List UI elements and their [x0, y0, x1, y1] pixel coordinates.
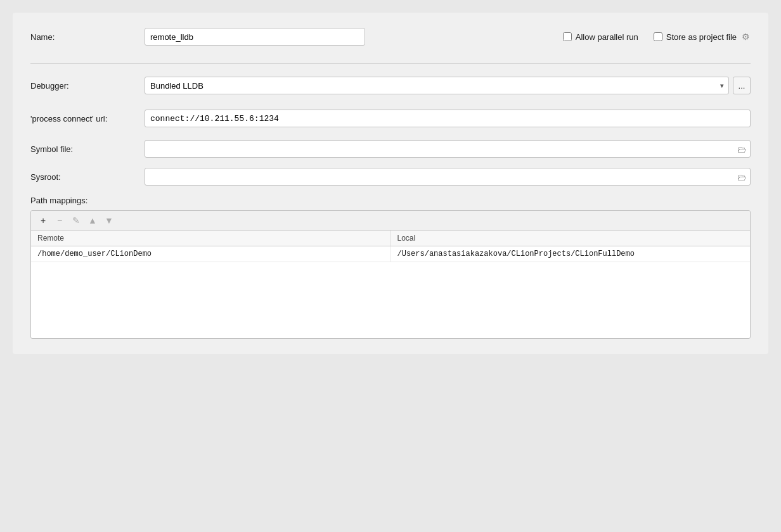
remove-mapping-button[interactable]: − — [53, 213, 67, 227]
allow-parallel-checkbox-item: Allow parallel run — [563, 32, 638, 42]
symbol-file-wrapper: 🗁 — [145, 140, 751, 158]
sysroot-row: Sysroot: 🗁 — [30, 168, 751, 186]
process-connect-input[interactable] — [145, 110, 751, 127]
add-mapping-button[interactable]: + — [36, 213, 50, 227]
symbol-file-label: Symbol file: — [30, 144, 145, 154]
name-input[interactable] — [145, 28, 365, 46]
name-label: Name: — [30, 32, 145, 42]
path-mappings-container: + − ✎ ▲ ▼ Remote Local /home/demo_user/C… — [30, 210, 751, 339]
debugger-select-container: Bundled LLDB Custom LLDB ▾ — [145, 77, 729, 94]
process-connect-row: 'process connect' url: — [30, 110, 751, 127]
debugger-row: Debugger: Bundled LLDB Custom LLDB ▾ ... — [30, 77, 751, 94]
local-cell: /Users/anastasiakazakova/CLionProjects/C… — [391, 246, 751, 262]
move-up-button[interactable]: ▲ — [86, 213, 100, 227]
path-mappings-table-header: Remote Local — [31, 231, 750, 246]
allow-parallel-checkbox[interactable] — [563, 32, 572, 41]
store-project-checkbox-item: Store as project file ⚙ — [654, 32, 751, 42]
remote-cell: /home/demo_user/CLionDemo — [31, 246, 391, 262]
debugger-select[interactable]: Bundled LLDB Custom LLDB — [145, 77, 729, 94]
checkboxes-area: Allow parallel run Store as project file… — [563, 32, 751, 42]
gear-icon[interactable]: ⚙ — [740, 32, 751, 42]
store-project-label: Store as project file — [666, 32, 737, 42]
remote-column-header: Remote — [31, 231, 391, 246]
table-row[interactable]: /home/demo_user/CLionDemo /Users/anastas… — [31, 246, 750, 262]
symbol-file-input[interactable] — [145, 140, 751, 158]
path-mappings-section: Path mappings: + − ✎ ▲ ▼ Remote Local /h… — [30, 196, 751, 339]
separator-1 — [30, 63, 751, 64]
move-down-button[interactable]: ▼ — [102, 213, 116, 227]
sysroot-wrapper: 🗁 — [145, 168, 751, 186]
edit-mapping-button[interactable]: ✎ — [69, 213, 83, 227]
symbol-file-row: Symbol file: 🗁 — [30, 140, 751, 158]
table-empty-area — [31, 262, 750, 338]
store-project-checkbox[interactable] — [654, 32, 662, 41]
path-mappings-toolbar: + − ✎ ▲ ▼ — [31, 211, 750, 231]
process-connect-label: 'process connect' url: — [30, 114, 145, 124]
local-column-header: Local — [391, 231, 751, 246]
sysroot-input[interactable] — [145, 168, 751, 186]
sysroot-label: Sysroot: — [30, 172, 145, 182]
allow-parallel-label: Allow parallel run — [576, 32, 638, 42]
debugger-label: Debugger: — [30, 81, 145, 91]
path-mappings-label: Path mappings: — [30, 196, 751, 205]
name-row: Name: Allow parallel run Store as projec… — [30, 28, 751, 46]
configuration-panel: Name: Allow parallel run Store as projec… — [13, 13, 768, 354]
debugger-ellipsis-button[interactable]: ... — [733, 77, 751, 94]
debugger-select-wrapper: Bundled LLDB Custom LLDB ▾ ... — [145, 77, 751, 94]
